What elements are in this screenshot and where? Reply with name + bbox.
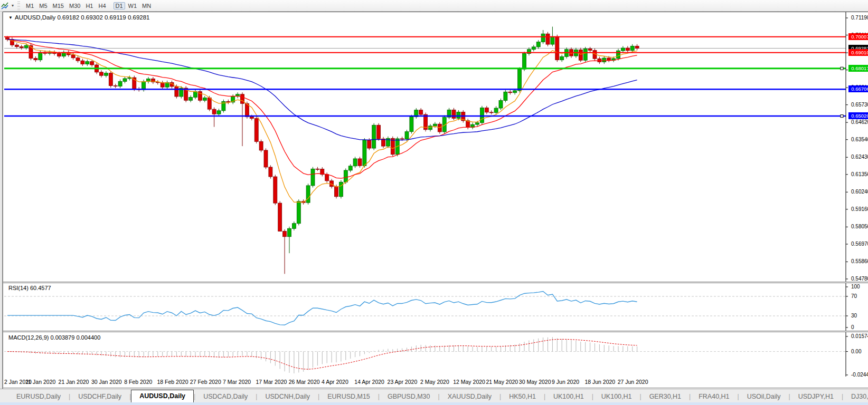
chart-symbol-period: AUDUSD,Daily xyxy=(15,14,55,21)
moving-average-fast xyxy=(7,40,637,202)
timeframe-button-h4[interactable]: H4 xyxy=(96,2,108,9)
price-tick-label: 0.63540 xyxy=(851,137,868,142)
candle-down xyxy=(100,72,103,75)
candle-down xyxy=(283,232,287,237)
candle-down xyxy=(335,187,338,197)
timeframe-button-m1[interactable]: M1 xyxy=(24,2,36,9)
price-tick-label: 0.65730 xyxy=(851,102,868,108)
chart-title: ▼AUDUSD,Daily 0.69182 0.69302 0.69119 0.… xyxy=(8,14,150,21)
candle-down xyxy=(264,150,268,167)
chart-tab-usdcad-daily[interactable]: USDCAD,Daily xyxy=(195,391,256,402)
indicators-dropdown-caret[interactable]: ▾ xyxy=(12,3,14,8)
candle-up xyxy=(311,169,315,186)
macd-indicator-label: MACD(12,26,9) 0.003879 0.004400 xyxy=(8,334,100,341)
candle-down xyxy=(367,140,371,148)
candle-up xyxy=(518,69,522,91)
chart-tab-audusd-daily[interactable]: AUDUSD,Daily xyxy=(131,390,194,402)
chart-tab-usoil-daily[interactable]: USOil,Daily xyxy=(739,391,789,402)
price-tick-label: 0.62430 xyxy=(851,154,868,160)
chart-tab-eurusd-daily[interactable]: EURUSD,Daily xyxy=(8,391,69,402)
hline-handle[interactable] xyxy=(841,115,843,118)
date-label: 27 Feb 2020 xyxy=(190,379,221,385)
timeframe-button-m15[interactable]: M15 xyxy=(51,2,66,9)
candle-up xyxy=(621,48,625,51)
chart-tab-uk100-h1[interactable]: UK100,H1 xyxy=(593,391,640,402)
candle-down xyxy=(76,58,80,61)
timeframe-button-d1[interactable]: D1 xyxy=(114,2,125,9)
rsi-pane-canvas[interactable] xyxy=(4,283,868,331)
hline-handle[interactable] xyxy=(841,67,843,70)
chart-tab-usdcnh-daily[interactable]: USDCNH,Daily xyxy=(257,391,318,402)
candle-up xyxy=(551,36,554,44)
date-label: 27 Jun 2020 xyxy=(618,379,648,385)
candle-down xyxy=(358,159,362,166)
chart-tab-usdjpy-h1[interactable]: USDJPY,H1 xyxy=(790,391,842,402)
rsi-axis-label: 0 xyxy=(851,324,854,330)
chart-tab-usdchf-daily[interactable]: USDCHF,Daily xyxy=(70,391,129,402)
candle-down xyxy=(212,109,216,114)
candle-down xyxy=(419,110,423,114)
chart-tab-dj30-m15[interactable]: DJ30,M15 xyxy=(843,391,868,402)
candle-down xyxy=(508,92,512,93)
candle-down xyxy=(555,36,559,60)
macd-axis-label: 0.00 xyxy=(851,349,861,354)
price-tick-label: 0.71190 xyxy=(851,15,868,21)
macd-pane-canvas[interactable] xyxy=(4,332,868,377)
candle-down xyxy=(15,45,18,46)
rsi-axis-label: 70 xyxy=(851,293,857,299)
date-label: 9 Jun 2020 xyxy=(552,379,579,385)
chart-tab-eurusd-m15[interactable]: EURUSD,M15 xyxy=(319,391,378,402)
price-badge-0.70007: 0.70007 xyxy=(848,33,868,40)
candle-up xyxy=(532,47,535,50)
candle-down xyxy=(161,83,164,87)
chart-tab-fra40-h1[interactable]: FRA40,H1 xyxy=(691,391,737,402)
candle-down xyxy=(579,50,582,60)
date-label: 14 Apr 2020 xyxy=(354,379,384,385)
candle-up xyxy=(344,170,347,182)
chart-tab-ger30-h1[interactable]: GER30,H1 xyxy=(641,391,689,402)
candle-down xyxy=(635,46,639,48)
candle-up xyxy=(476,123,479,124)
candle-up xyxy=(410,117,413,131)
candle-down xyxy=(391,138,394,154)
candle-down xyxy=(250,117,253,118)
indicators-icon[interactable] xyxy=(2,2,11,10)
date-label: 30 May 2020 xyxy=(519,379,551,385)
date-label: 4 Apr 2020 xyxy=(322,379,348,385)
chart-tab-uk100-h1[interactable]: UK100,H1 xyxy=(545,391,592,402)
candle-up xyxy=(602,58,606,62)
candle-up xyxy=(363,140,366,166)
candle-up xyxy=(339,182,343,196)
timeframe-button-mn[interactable]: MN xyxy=(140,2,153,9)
date-label: 18 Jun 2020 xyxy=(584,379,615,385)
date-axis[interactable]: 2 Jan 202011 Jan 202021 Jan 202030 Jan 2… xyxy=(3,377,868,388)
price-badge-0.65020: 0.65020 xyxy=(848,112,868,119)
chart-tab-xauusd-daily[interactable]: XAUUSD,Daily xyxy=(440,391,499,402)
candle-down xyxy=(109,73,112,86)
price-chart-canvas[interactable] xyxy=(4,12,868,282)
candle-up xyxy=(353,159,357,166)
date-label: 7 Mar 2020 xyxy=(223,379,251,385)
candle-up xyxy=(86,62,89,64)
candle-down xyxy=(485,108,488,112)
toolbar-grip[interactable] xyxy=(17,2,20,10)
timeframe-button-w1[interactable]: W1 xyxy=(126,2,139,9)
date-label: 17 Mar 2020 xyxy=(256,379,287,385)
candle-down xyxy=(598,59,601,62)
timeframe-button-h1[interactable]: H1 xyxy=(83,2,95,9)
candle-down xyxy=(254,119,258,142)
timeframe-button-m30[interactable]: M30 xyxy=(67,2,82,9)
candle-down xyxy=(90,62,94,65)
candle-up xyxy=(123,79,127,81)
chart-tab-gbpusd-m30[interactable]: GBPUSD,M30 xyxy=(380,391,438,402)
candle-up xyxy=(523,54,526,70)
chart-tab-bar: EURUSD,Daily|USDCHF,Daily|AUDUSD,Daily|U… xyxy=(0,389,868,402)
chart-tab-hk50-h1[interactable]: HK50,H1 xyxy=(501,391,544,402)
timeframe-button-m5[interactable]: M5 xyxy=(37,2,49,9)
collapse-objects-icon[interactable]: ▼ xyxy=(8,15,13,20)
price-badge-0.68017: 0.68017 xyxy=(848,65,868,72)
ohlc-open: 0.69182 xyxy=(57,14,79,21)
date-label: 18 Feb 2020 xyxy=(157,379,188,385)
candle-down xyxy=(245,103,249,117)
candle-up xyxy=(541,34,545,42)
